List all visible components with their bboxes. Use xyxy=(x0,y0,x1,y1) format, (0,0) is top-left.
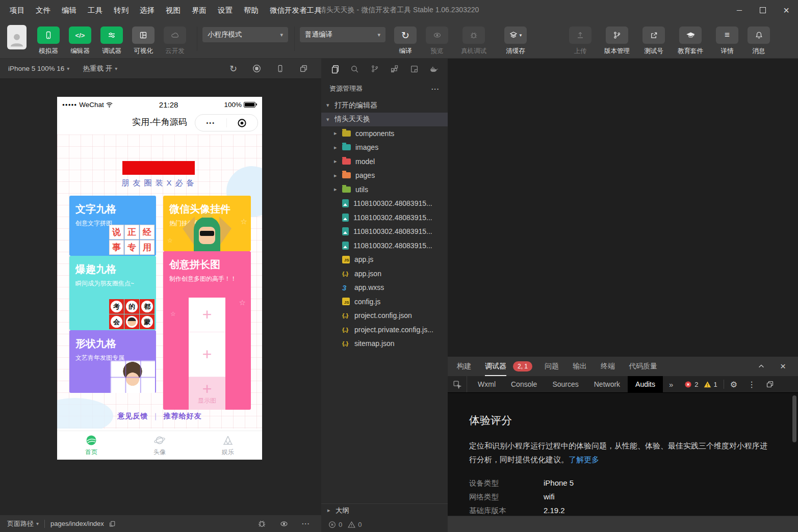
file-project-config[interactable]: {..}project.config.json xyxy=(321,309,448,323)
menu-help[interactable]: 帮助 xyxy=(238,0,264,20)
git-view-button[interactable] xyxy=(369,65,380,73)
minimize-button[interactable]: ─ xyxy=(728,0,751,20)
detail-button[interactable]: ≡ 详情 xyxy=(711,26,743,58)
more-button[interactable]: ••• xyxy=(195,120,226,126)
file-app-wxss[interactable]: 3app.wxss xyxy=(321,281,448,295)
device-selector[interactable]: iPhone 5 100% 16 ▾ xyxy=(0,65,69,72)
project-root-section[interactable]: ▾情头天天换 xyxy=(321,113,448,127)
tab-home[interactable]: 首页 xyxy=(57,431,125,460)
vconsole-button[interactable] xyxy=(258,519,266,528)
more-tabs-button[interactable]: » xyxy=(663,376,679,392)
devtools-tab-console[interactable]: Console xyxy=(503,376,545,392)
maximize-button[interactable] xyxy=(751,0,775,20)
reload-button[interactable]: ↻ xyxy=(229,64,237,73)
file-app-json[interactable]: {..}app.json xyxy=(321,267,448,281)
devtools-menu-button[interactable]: ⋮ xyxy=(748,380,756,389)
tab-output[interactable]: 输出 xyxy=(573,357,587,376)
menu-file[interactable]: 文件 xyxy=(30,0,56,20)
message-button[interactable]: 消息 xyxy=(743,26,775,58)
file-app-js[interactable]: JSapp.js xyxy=(321,253,448,267)
file-config-js[interactable]: JSconfig.js xyxy=(321,295,448,309)
close-panel-button[interactable]: × xyxy=(780,361,786,372)
file-image-2[interactable]: 1108100302.48083915... xyxy=(321,210,448,225)
tab-terminal[interactable]: 终端 xyxy=(601,357,615,376)
tab-problems[interactable]: 问题 xyxy=(545,357,559,376)
panel-view-button[interactable] xyxy=(408,65,420,73)
menu-tools[interactable]: 工具 xyxy=(82,0,108,20)
education-suite-button[interactable]: 教育套件 xyxy=(670,26,711,58)
devtools-tab-wxml[interactable]: Wxml xyxy=(470,376,503,392)
compile-button[interactable]: ↻ 编译 xyxy=(390,26,421,58)
folder-pages[interactable]: ▸pages xyxy=(321,169,448,183)
tile-text-nine-grid[interactable]: 文字九格 创意文字拼图 说 正 经 事 专 用 xyxy=(69,196,156,256)
collapse-panel-button[interactable] xyxy=(758,363,765,370)
tab-fun[interactable]: 娱乐 xyxy=(194,431,262,460)
feedback-link[interactable]: 意见反馈 xyxy=(117,412,148,420)
editor-toggle-button[interactable]: </> 编辑器 xyxy=(64,26,96,58)
menu-view[interactable]: 视图 xyxy=(160,0,186,20)
ad-banner[interactable] xyxy=(122,161,195,175)
menu-select[interactable]: 选择 xyxy=(134,0,160,20)
exit-button[interactable] xyxy=(227,118,258,128)
test-account-button[interactable]: 测试号 xyxy=(638,26,670,58)
tile-fun-nine-grid[interactable]: 爆趣九格 瞬间成为朋友圈焦点~ 考 的 都 会 蒙 xyxy=(69,256,156,330)
tile-long-picture[interactable]: 创意拼长图 制作创意多图的高手！！ ☆ ☆ + + +显示图 xyxy=(163,251,251,410)
file-image-4[interactable]: 1108100302.48083915... xyxy=(321,238,448,253)
clear-cache-button[interactable]: ▾ 清缓存 xyxy=(495,26,536,58)
extensions-view-button[interactable] xyxy=(389,65,400,73)
close-button[interactable]: × xyxy=(775,0,798,20)
tab-code-quality[interactable]: 代码质量 xyxy=(629,357,657,376)
search-view-button[interactable] xyxy=(349,65,361,73)
tab-debugger[interactable]: 调试器 xyxy=(485,357,506,376)
device-frame-button[interactable] xyxy=(276,64,284,73)
record-button[interactable] xyxy=(252,64,261,73)
open-editors-section[interactable]: ▾打开的编辑器 xyxy=(321,98,448,113)
file-project-private-config[interactable]: {..}project.private.config.js... xyxy=(321,323,448,337)
menu-settings[interactable]: 设置 xyxy=(212,0,238,20)
compile-mode-select[interactable]: 普通编译 ▾ xyxy=(300,27,385,42)
devtools-tab-network[interactable]: Network xyxy=(586,376,628,392)
devtools-settings-button[interactable]: ⚙ xyxy=(730,380,737,389)
console-error-badge[interactable]: 2 xyxy=(684,376,698,392)
scrollbar-thumb[interactable] xyxy=(792,395,796,442)
mode-select[interactable]: 小程序模式 ▾ xyxy=(202,27,288,42)
float-window-button[interactable] xyxy=(299,64,308,73)
menu-devtools[interactable]: 微信开发者工具 xyxy=(264,0,327,20)
simulator-toggle-button[interactable]: 模拟器 xyxy=(33,26,64,58)
menu-goto[interactable]: 转到 xyxy=(108,0,134,20)
inspect-element-button[interactable] xyxy=(448,376,467,392)
console-warning-badge[interactable]: 1 xyxy=(704,376,717,392)
recommend-link[interactable]: 推荐给好友 xyxy=(164,412,202,420)
tile-avatar-pendant[interactable]: 微信头像挂件 热门挂件免费用~ ☆ ☆ xyxy=(163,196,251,251)
docker-view-button[interactable] xyxy=(428,65,440,73)
hot-reload-toggle[interactable]: 热重载 开 ▾ xyxy=(69,64,117,73)
page-path-select[interactable]: 页面路径 ▾ xyxy=(0,519,39,528)
devtools-tab-sources[interactable]: Sources xyxy=(545,376,586,392)
version-manage-button[interactable]: 版本管理 xyxy=(596,26,638,58)
menu-edit[interactable]: 编辑 xyxy=(56,0,82,20)
learn-more-link[interactable]: 了解更多 xyxy=(569,455,599,464)
folder-images[interactable]: ▸images xyxy=(321,141,448,155)
more-options-button[interactable]: ··· xyxy=(302,520,310,527)
avatar[interactable] xyxy=(7,25,27,49)
visualization-button[interactable]: 可视化 xyxy=(127,26,159,58)
undock-button[interactable] xyxy=(766,380,774,388)
folder-components[interactable]: ▸components xyxy=(321,126,448,141)
folder-utils[interactable]: ▸utils xyxy=(321,182,448,197)
outline-section[interactable]: ▸ 大纲 xyxy=(321,503,448,517)
explorer-more-button[interactable]: ··· xyxy=(431,85,440,93)
tab-build[interactable]: 构建 xyxy=(457,357,471,376)
tile-shape-nine-grid[interactable]: 形状九格 文艺青年发图专属 xyxy=(69,330,156,393)
explorer-view-button[interactable] xyxy=(329,65,341,73)
copy-path-button[interactable] xyxy=(109,520,116,527)
menu-project[interactable]: 项目 xyxy=(4,0,30,20)
problems-summary[interactable]: 0 0 xyxy=(321,517,448,532)
file-sitemap-json[interactable]: {..}sitemap.json xyxy=(321,337,448,351)
tab-avatar[interactable]: 头像 xyxy=(125,431,194,460)
file-image-1[interactable]: 1108100302.48083915... xyxy=(321,197,448,211)
folder-model[interactable]: ▸model xyxy=(321,154,448,169)
menu-interface[interactable]: 界面 xyxy=(186,0,212,20)
file-image-3[interactable]: 1108100302.48083915... xyxy=(321,225,448,239)
preview-mode-button[interactable] xyxy=(279,520,289,528)
devtools-tab-audits[interactable]: Audits xyxy=(628,376,663,392)
